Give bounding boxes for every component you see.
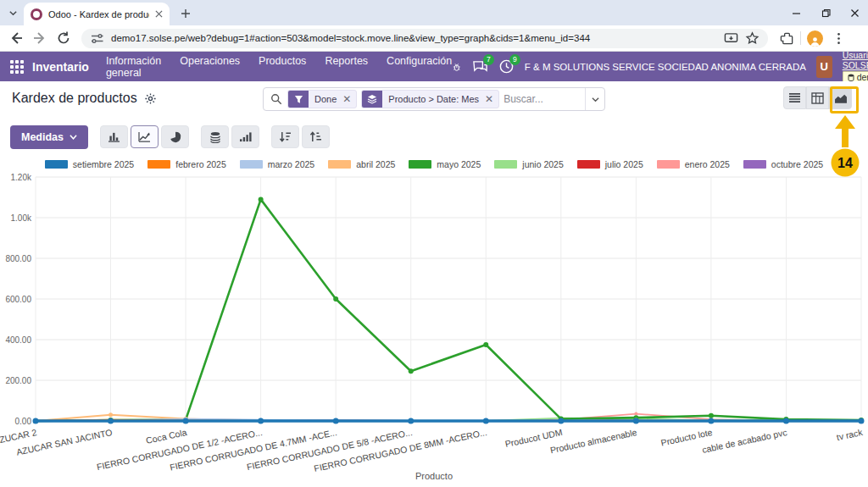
tab-close-icon[interactable] xyxy=(155,8,163,19)
kardex-line-chart[interactable]: 1.20k1.00k800.00600.00400.00200.000.00 xyxy=(0,155,868,439)
line-chart-button[interactable] xyxy=(131,125,159,148)
bookmark-star-icon[interactable] xyxy=(745,31,760,46)
menu-item-1[interactable]: Operaciones xyxy=(180,55,240,79)
chart-legend: setiembre 2025febrero 2025marzo 2025abri… xyxy=(0,159,868,169)
legend-item[interactable]: setiembre 2025 xyxy=(45,159,134,169)
legend-item[interactable]: enero 2025 xyxy=(657,159,730,169)
debug-bug-icon[interactable] xyxy=(452,60,462,74)
navbar-menus: Información generalOperacionesProductosR… xyxy=(106,55,452,79)
legend-item[interactable]: febrero 2025 xyxy=(147,159,226,169)
control-panel: Kardex de productos Done ✕ Producto > Da… xyxy=(0,81,868,119)
window-minimize-icon[interactable] xyxy=(783,3,809,22)
legend-label: octubre 2025 xyxy=(771,159,823,169)
svg-text:600.00: 600.00 xyxy=(5,295,31,304)
profile-avatar[interactable] xyxy=(807,30,823,47)
install-app-icon[interactable] xyxy=(724,31,738,46)
gear-icon[interactable] xyxy=(144,92,157,105)
company-name[interactable]: F & M SOLUTIONS SERVICE SOCIEDAD ANONIMA… xyxy=(525,62,806,72)
messages-badge: 7 xyxy=(483,54,494,65)
legend-label: mayo 2025 xyxy=(437,159,481,169)
messages-icon[interactable]: 7 xyxy=(472,58,488,75)
stacked-toggle-button[interactable] xyxy=(201,125,229,148)
site-info-icon[interactable] xyxy=(90,31,104,46)
activities-badge: 9 xyxy=(509,54,520,65)
legend-swatch xyxy=(577,160,600,169)
group-by-layers-icon xyxy=(362,90,382,108)
filter-funnel-icon xyxy=(288,90,309,108)
pivot-view-button[interactable] xyxy=(806,86,829,109)
search-input[interactable]: Buscar... xyxy=(504,93,585,105)
list-view-button[interactable] xyxy=(783,86,806,109)
legend-item[interactable]: mayo 2025 xyxy=(409,159,481,169)
tab-title: Odoo - Kardex de productos xyxy=(48,9,149,19)
activities-icon[interactable]: 9 xyxy=(498,58,515,75)
breadcrumb: Kardex de productos xyxy=(12,91,157,106)
menu-item-4[interactable]: Configuración xyxy=(387,55,452,79)
legend-item[interactable]: octubre 2025 xyxy=(743,159,823,169)
chrome-menu-icon[interactable] xyxy=(832,31,846,46)
bar-chart-button[interactable] xyxy=(100,125,128,148)
page-title: Kardex de productos xyxy=(12,91,137,106)
series-mayo-2025 xyxy=(33,196,864,423)
user-name[interactable]: Usuario demo SOLSE xyxy=(843,50,868,70)
search-icon xyxy=(270,93,282,105)
odoo-navbar: Inventario Información generalOperacione… xyxy=(0,52,868,81)
reload-icon[interactable] xyxy=(56,30,71,46)
url-text: demo17.solse.pe/web?debug=1#action=503&m… xyxy=(111,33,717,43)
window-close-icon[interactable] xyxy=(842,3,867,22)
filter-facet-label: Done xyxy=(309,94,342,104)
legend-swatch xyxy=(494,160,517,169)
new-tab-icon[interactable] xyxy=(178,6,192,20)
sort-asc-button[interactable] xyxy=(302,125,330,148)
browser-tab-strip: Odoo - Kardex de productos xyxy=(0,0,868,25)
search-bar[interactable]: Done ✕ Producto > Date: Mes ✕ Buscar... xyxy=(263,87,605,111)
odoo-favicon-icon xyxy=(31,8,42,20)
user-avatar[interactable]: U xyxy=(816,56,832,78)
legend-label: abril 2025 xyxy=(356,159,395,169)
measures-button[interactable]: Medidas xyxy=(10,125,88,149)
x-axis-title: Producto xyxy=(0,471,868,481)
menu-item-2[interactable]: Productos xyxy=(259,55,306,79)
back-icon[interactable] xyxy=(8,30,24,46)
groupby-facet[interactable]: Producto > Date: Mes ✕ xyxy=(361,90,499,108)
extensions-icon[interactable] xyxy=(780,31,794,46)
legend-item[interactable]: julio 2025 xyxy=(577,159,643,169)
legend-swatch xyxy=(240,160,263,169)
apps-menu-icon[interactable] xyxy=(10,60,24,74)
search-dropdown-icon[interactable] xyxy=(585,88,604,110)
menu-item-0[interactable]: Información general xyxy=(106,55,161,79)
database-icon xyxy=(848,74,854,81)
chevron-down-icon xyxy=(70,134,77,141)
step-number: 14 xyxy=(837,156,853,170)
pie-chart-button[interactable] xyxy=(161,125,189,148)
svg-text:1.20k: 1.20k xyxy=(11,173,32,182)
legend-item[interactable]: marzo 2025 xyxy=(240,159,314,169)
browser-tab[interactable]: Odoo - Kardex de productos xyxy=(24,3,170,25)
svg-text:400.00: 400.00 xyxy=(5,335,31,345)
app-name[interactable]: Inventario xyxy=(32,60,89,74)
forward-icon[interactable] xyxy=(32,30,47,46)
arrow-up-icon xyxy=(835,115,855,129)
filter-facet[interactable]: Done ✕ xyxy=(287,90,357,108)
window-restore-icon[interactable] xyxy=(813,3,838,22)
legend-label: setiembre 2025 xyxy=(73,159,134,169)
legend-swatch xyxy=(147,160,170,169)
tab-search-icon[interactable] xyxy=(5,5,20,20)
sort-desc-button[interactable] xyxy=(271,125,299,148)
legend-swatch xyxy=(328,160,351,169)
url-bar[interactable]: demo17.solse.pe/web?debug=1#action=503&m… xyxy=(81,29,768,48)
filter-facet-remove-icon[interactable]: ✕ xyxy=(342,93,356,105)
menu-item-3[interactable]: Reportes xyxy=(325,55,368,79)
toolbar-divider xyxy=(800,31,801,45)
svg-text:1.00k: 1.00k xyxy=(11,213,32,223)
legend-item[interactable]: junio 2025 xyxy=(494,159,563,169)
svg-text:200.00: 200.00 xyxy=(5,376,31,385)
annotation-arrow-and-step: 14 xyxy=(828,114,864,180)
cumulative-button[interactable] xyxy=(231,125,259,148)
legend-label: marzo 2025 xyxy=(268,159,314,169)
groupby-facet-remove-icon[interactable]: ✕ xyxy=(485,93,498,105)
svg-text:800.00: 800.00 xyxy=(5,254,31,263)
browser-toolbar: demo17.solse.pe/web?debug=1#action=503&m… xyxy=(0,25,868,52)
user-menu[interactable]: Usuario demo SOLSE demo17 xyxy=(843,50,868,83)
legend-item[interactable]: abril 2025 xyxy=(328,159,395,169)
